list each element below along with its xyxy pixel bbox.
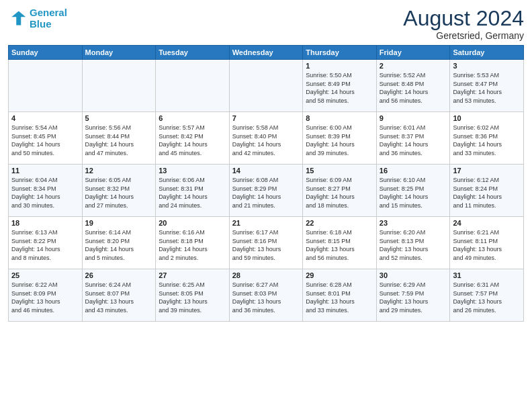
day-number: 15 — [306, 167, 373, 175]
day-info: Sunrise: 6:18 AM Sunset: 8:15 PM Dayligh… — [306, 228, 373, 262]
weekday-header-cell: Monday — [82, 46, 156, 60]
day-info: Sunrise: 5:57 AM Sunset: 8:42 PM Dayligh… — [159, 124, 226, 157]
day-number: 6 — [159, 114, 226, 122]
day-number: 17 — [453, 167, 521, 175]
calendar-cell: 26Sunrise: 6:24 AM Sunset: 8:07 PM Dayli… — [82, 269, 156, 322]
calendar-cell: 25Sunrise: 6:22 AM Sunset: 8:09 PM Dayli… — [9, 269, 83, 322]
calendar-cell — [156, 60, 230, 112]
calendar-cell: 23Sunrise: 6:20 AM Sunset: 8:13 PM Dayli… — [376, 217, 450, 269]
calendar-cell: 16Sunrise: 6:10 AM Sunset: 8:25 PM Dayli… — [376, 165, 450, 217]
calendar-cell: 20Sunrise: 6:16 AM Sunset: 8:18 PM Dayli… — [156, 217, 230, 269]
location: Geretsried, Germany — [403, 30, 524, 41]
day-info: Sunrise: 6:22 AM Sunset: 8:09 PM Dayligh… — [11, 281, 79, 314]
calendar-cell: 18Sunrise: 6:13 AM Sunset: 8:22 PM Dayli… — [9, 217, 83, 269]
day-number: 14 — [232, 167, 300, 175]
calendar-cell — [9, 60, 83, 112]
calendar-cell: 19Sunrise: 6:14 AM Sunset: 8:20 PM Dayli… — [82, 217, 156, 269]
day-info: Sunrise: 6:05 AM Sunset: 8:32 PM Dayligh… — [85, 176, 153, 210]
day-number: 23 — [380, 219, 447, 227]
day-number: 12 — [85, 167, 153, 175]
day-number: 24 — [453, 219, 521, 227]
day-info: Sunrise: 6:25 AM Sunset: 8:05 PM Dayligh… — [159, 281, 226, 314]
calendar-cell: 29Sunrise: 6:28 AM Sunset: 8:01 PM Dayli… — [303, 269, 377, 322]
day-number: 7 — [232, 114, 300, 122]
logo-icon — [8, 9, 27, 28]
day-number: 13 — [159, 167, 226, 175]
weekday-header-cell: Thursday — [303, 46, 377, 60]
calendar-cell: 17Sunrise: 6:12 AM Sunset: 8:24 PM Dayli… — [450, 165, 524, 217]
calendar-cell — [229, 60, 303, 112]
day-info: Sunrise: 6:10 AM Sunset: 8:25 PM Dayligh… — [380, 176, 447, 210]
calendar-cell: 28Sunrise: 6:27 AM Sunset: 8:03 PM Dayli… — [229, 269, 303, 322]
day-info: Sunrise: 5:54 AM Sunset: 8:45 PM Dayligh… — [11, 124, 79, 157]
day-number: 9 — [380, 114, 447, 122]
day-info: Sunrise: 6:21 AM Sunset: 8:11 PM Dayligh… — [453, 228, 521, 262]
day-number: 10 — [453, 114, 521, 122]
day-number: 19 — [85, 219, 153, 227]
day-number: 3 — [453, 62, 521, 70]
day-number: 1 — [306, 62, 373, 70]
calendar-week-row: 18Sunrise: 6:13 AM Sunset: 8:22 PM Dayli… — [9, 217, 524, 269]
calendar-week-row: 25Sunrise: 6:22 AM Sunset: 8:09 PM Dayli… — [9, 269, 524, 322]
day-number: 5 — [85, 114, 153, 122]
day-info: Sunrise: 6:24 AM Sunset: 8:07 PM Dayligh… — [85, 281, 153, 314]
logo-blue: Blue — [30, 18, 67, 30]
weekday-header-cell: Friday — [376, 46, 450, 60]
day-number: 30 — [380, 271, 447, 279]
calendar-cell: 15Sunrise: 6:09 AM Sunset: 8:27 PM Dayli… — [303, 165, 377, 217]
day-info: Sunrise: 5:53 AM Sunset: 8:47 PM Dayligh… — [453, 71, 521, 105]
day-info: Sunrise: 6:16 AM Sunset: 8:18 PM Dayligh… — [159, 228, 226, 262]
day-number: 8 — [306, 114, 373, 122]
calendar-cell: 24Sunrise: 6:21 AM Sunset: 8:11 PM Dayli… — [450, 217, 524, 269]
weekday-header-cell: Tuesday — [156, 46, 230, 60]
day-info: Sunrise: 6:13 AM Sunset: 8:22 PM Dayligh… — [11, 228, 79, 262]
day-number: 29 — [306, 271, 373, 279]
calendar-week-row: 11Sunrise: 6:04 AM Sunset: 8:34 PM Dayli… — [9, 165, 524, 217]
month-title: August 2024 — [403, 7, 524, 30]
day-number: 11 — [11, 167, 79, 175]
day-number: 2 — [380, 62, 447, 70]
calendar-cell: 31Sunrise: 6:31 AM Sunset: 7:57 PM Dayli… — [450, 269, 524, 322]
day-info: Sunrise: 5:58 AM Sunset: 8:40 PM Dayligh… — [232, 124, 300, 157]
day-info: Sunrise: 6:08 AM Sunset: 8:29 PM Dayligh… — [232, 176, 300, 210]
calendar-cell: 2Sunrise: 5:52 AM Sunset: 8:48 PM Daylig… — [376, 60, 450, 112]
day-number: 4 — [11, 114, 79, 122]
calendar-week-row: 1Sunrise: 5:50 AM Sunset: 8:49 PM Daylig… — [9, 60, 524, 112]
calendar-cell: 13Sunrise: 6:06 AM Sunset: 8:31 PM Dayli… — [156, 165, 230, 217]
calendar-cell: 1Sunrise: 5:50 AM Sunset: 8:49 PM Daylig… — [303, 60, 377, 112]
weekday-header-cell: Saturday — [450, 46, 524, 60]
day-info: Sunrise: 6:12 AM Sunset: 8:24 PM Dayligh… — [453, 176, 521, 210]
day-info: Sunrise: 6:28 AM Sunset: 8:01 PM Dayligh… — [306, 281, 373, 314]
calendar-cell: 8Sunrise: 6:00 AM Sunset: 8:39 PM Daylig… — [303, 112, 377, 165]
calendar-cell: 30Sunrise: 6:29 AM Sunset: 7:59 PM Dayli… — [376, 269, 450, 322]
day-number: 21 — [232, 219, 300, 227]
day-info: Sunrise: 6:01 AM Sunset: 8:37 PM Dayligh… — [380, 124, 447, 157]
weekday-header-cell: Wednesday — [229, 46, 303, 60]
calendar-cell: 10Sunrise: 6:02 AM Sunset: 8:36 PM Dayli… — [450, 112, 524, 165]
day-info: Sunrise: 6:14 AM Sunset: 8:20 PM Dayligh… — [85, 228, 153, 262]
day-info: Sunrise: 6:06 AM Sunset: 8:31 PM Dayligh… — [159, 176, 226, 210]
calendar-cell: 3Sunrise: 5:53 AM Sunset: 8:47 PM Daylig… — [450, 60, 524, 112]
day-info: Sunrise: 6:09 AM Sunset: 8:27 PM Dayligh… — [306, 176, 373, 210]
logo: General Blue — [8, 7, 67, 30]
calendar-cell: 11Sunrise: 6:04 AM Sunset: 8:34 PM Dayli… — [9, 165, 83, 217]
calendar-cell: 6Sunrise: 5:57 AM Sunset: 8:42 PM Daylig… — [156, 112, 230, 165]
calendar-week-row: 4Sunrise: 5:54 AM Sunset: 8:45 PM Daylig… — [9, 112, 524, 165]
header: General Blue August 2024 Geretsried, Ger… — [8, 7, 524, 41]
day-info: Sunrise: 6:27 AM Sunset: 8:03 PM Dayligh… — [232, 281, 300, 314]
day-info: Sunrise: 6:20 AM Sunset: 8:13 PM Dayligh… — [380, 228, 447, 262]
day-info: Sunrise: 6:31 AM Sunset: 7:57 PM Dayligh… — [453, 281, 521, 314]
day-number: 25 — [11, 271, 79, 279]
calendar-table: SundayMondayTuesdayWednesdayThursdayFrid… — [8, 45, 524, 322]
day-number: 27 — [159, 271, 226, 279]
logo-text: General Blue — [30, 7, 67, 30]
day-info: Sunrise: 6:29 AM Sunset: 7:59 PM Dayligh… — [380, 281, 447, 314]
day-info: Sunrise: 5:56 AM Sunset: 8:44 PM Dayligh… — [85, 124, 153, 157]
logo-general: General — [30, 7, 67, 18]
calendar-cell: 5Sunrise: 5:56 AM Sunset: 8:44 PM Daylig… — [82, 112, 156, 165]
calendar-cell: 21Sunrise: 6:17 AM Sunset: 8:16 PM Dayli… — [229, 217, 303, 269]
weekday-header-cell: Sunday — [9, 46, 83, 60]
day-info: Sunrise: 6:17 AM Sunset: 8:16 PM Dayligh… — [232, 228, 300, 262]
calendar-cell: 14Sunrise: 6:08 AM Sunset: 8:29 PM Dayli… — [229, 165, 303, 217]
calendar-cell — [82, 60, 156, 112]
